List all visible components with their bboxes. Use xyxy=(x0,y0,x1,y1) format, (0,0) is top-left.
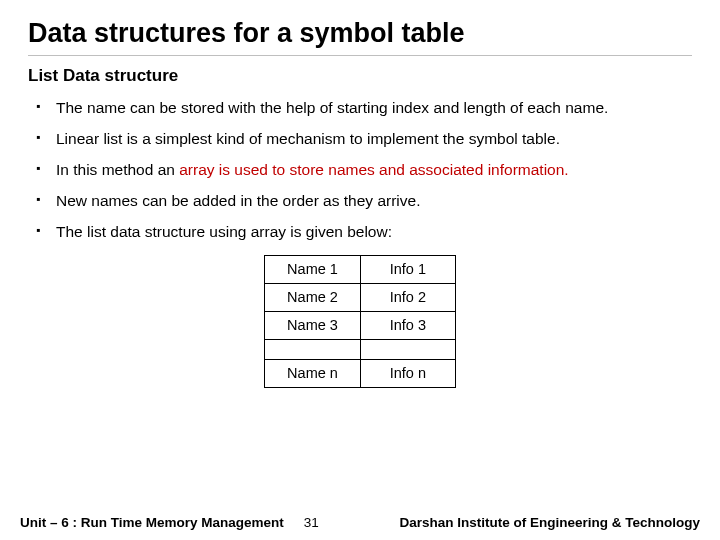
table-cell: Name n xyxy=(265,359,361,387)
bullet-text: In this method an xyxy=(56,161,179,178)
table-row: Name 3 Info 3 xyxy=(265,311,456,339)
footer-page-number: 31 xyxy=(304,515,319,530)
table-cell: Name 1 xyxy=(265,255,361,283)
footer-unit: Unit – 6 : Run Time Memory Management xyxy=(20,515,284,530)
bullet-item: The name can be stored with the help of … xyxy=(34,98,692,119)
slide-title: Data structures for a symbol table xyxy=(28,18,692,56)
table-cell: Name 2 xyxy=(265,283,361,311)
footer-institute: Darshan Institute of Engineering & Techn… xyxy=(339,515,700,530)
table-row: Name n Info n xyxy=(265,359,456,387)
table-cell xyxy=(265,339,361,359)
table-cell: Info 2 xyxy=(360,283,455,311)
table-cell: Info n xyxy=(360,359,455,387)
table-wrap: Name 1 Info 1 Name 2 Info 2 Name 3 Info … xyxy=(28,255,692,388)
table-cell: Info 1 xyxy=(360,255,455,283)
table-cell: Info 3 xyxy=(360,311,455,339)
bullet-item: In this method an array is used to store… xyxy=(34,160,692,181)
bullet-item: Linear list is a simplest kind of mechan… xyxy=(34,129,692,150)
table-row: Name 1 Info 1 xyxy=(265,255,456,283)
bullet-item: The list data structure using array is g… xyxy=(34,222,692,243)
footer: Unit – 6 : Run Time Memory Management 31… xyxy=(0,515,720,530)
bullet-item: New names can be added in the order as t… xyxy=(34,191,692,212)
table-cell xyxy=(360,339,455,359)
bullet-list: The name can be stored with the help of … xyxy=(28,98,692,243)
table-row-blank xyxy=(265,339,456,359)
bullet-highlight: array is used to store names and associa… xyxy=(179,161,568,178)
table-cell: Name 3 xyxy=(265,311,361,339)
slide-subtitle: List Data structure xyxy=(28,66,692,86)
table-row: Name 2 Info 2 xyxy=(265,283,456,311)
symbol-table: Name 1 Info 1 Name 2 Info 2 Name 3 Info … xyxy=(264,255,456,388)
slide: Data structures for a symbol table List … xyxy=(0,0,720,388)
